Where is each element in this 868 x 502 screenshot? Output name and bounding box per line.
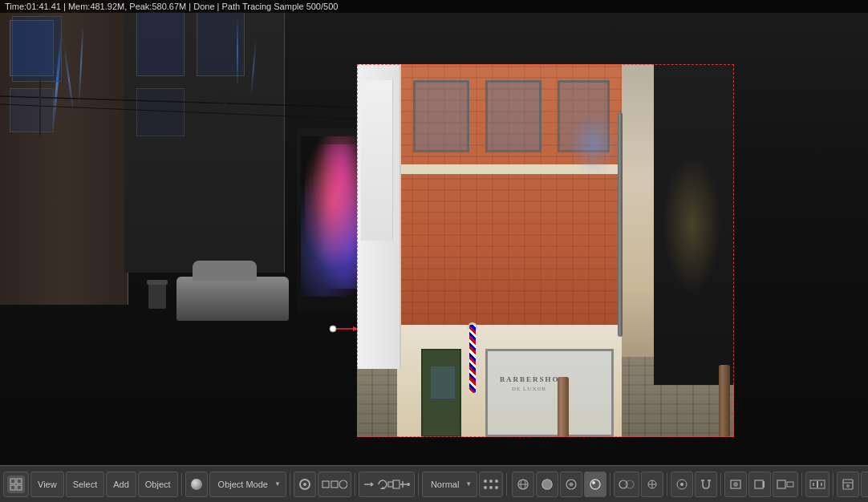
wireframe-icon (517, 479, 529, 490)
snap-btn[interactable] (695, 472, 717, 497)
sep-7 (667, 473, 667, 496)
select-menu-btn[interactable]: Select (66, 472, 105, 497)
object-label: Object (142, 480, 174, 489)
render-building-left-strip (357, 64, 401, 369)
render-drainpipe (618, 112, 623, 337)
viewport-shading-3[interactable] (560, 472, 582, 497)
svg-point-13 (339, 480, 347, 488)
object-mode-icon-btn[interactable] (185, 472, 208, 497)
scene-btn[interactable] (837, 472, 859, 497)
normal-arrow: ▼ (465, 480, 472, 488)
render-shopfront: BARBERSHOP DE LUXOR (397, 325, 622, 437)
viewport-shading-1[interactable] (512, 472, 534, 497)
svg-point-22 (484, 480, 487, 483)
svg-point-57 (846, 484, 850, 488)
sep-5 (506, 473, 507, 496)
normal-dropdown[interactable]: Normal ▼ (422, 472, 477, 497)
render-status-text: Time:01:41.41 | Mem:481.92M, Peak:580.67… (5, 2, 338, 11)
rendered-icon (590, 479, 601, 490)
svg-point-35 (592, 481, 595, 484)
snap-tools-icons (363, 478, 411, 491)
select-label: Select (70, 480, 101, 489)
svg-point-42 (680, 483, 683, 486)
object-menu-btn[interactable]: Object (138, 472, 178, 497)
svg-point-27 (495, 486, 498, 489)
power-lines (0, 80, 385, 144)
normal-label: Normal (428, 480, 462, 489)
render-still-icon (730, 479, 741, 490)
sep-8 (720, 473, 721, 496)
svg-marker-15 (371, 482, 374, 487)
add-label: Add (110, 480, 132, 489)
sep-1 (181, 473, 182, 496)
render-info-bar: Time:01:41.41 | Mem:481.92M, Peak:580.67… (0, 0, 868, 13)
view-label: View (34, 480, 60, 489)
svg-point-23 (489, 480, 493, 483)
proportional-btn[interactable] (671, 472, 693, 497)
svg-point-25 (484, 486, 487, 489)
render-brick-building (397, 64, 622, 369)
overlay-btn[interactable] (614, 472, 639, 497)
view-menu-btn[interactable]: View (30, 472, 64, 497)
render-extra-btn[interactable] (773, 472, 798, 497)
svg-rect-12 (331, 481, 338, 488)
building-left (0, 0, 128, 305)
object-mode-label: Object Mode (215, 480, 271, 489)
svg-point-26 (489, 486, 493, 489)
render-bollard-2 (719, 365, 730, 437)
bottom-toolbar: View Select Add Object Object Mode ▼ (0, 465, 868, 502)
solid-icon (541, 479, 553, 490)
material-icon (566, 479, 577, 490)
svg-point-46 (733, 482, 738, 487)
svg-rect-10 (17, 485, 22, 490)
sep-9 (801, 473, 802, 496)
transform-icons-btn[interactable] (318, 472, 351, 497)
viewport-shading-2[interactable] (536, 472, 558, 497)
render-shop-door (421, 349, 461, 437)
keyframe-btn[interactable] (805, 472, 829, 497)
render-still-btn[interactable] (724, 472, 747, 497)
viewport-icon (7, 476, 25, 493)
svg-rect-50 (787, 482, 793, 487)
svg-point-21 (407, 483, 410, 486)
render-anim-btn[interactable] (748, 472, 771, 497)
transform-icons (322, 478, 347, 491)
object-mode-arrow: ▼ (274, 480, 281, 488)
sep-10 (833, 473, 834, 496)
object-mode-dropdown[interactable]: Object Mode ▼ (209, 472, 286, 497)
svg-rect-11 (322, 481, 329, 488)
svg-point-34 (590, 480, 600, 489)
transform-origin-btn[interactable] (294, 472, 316, 497)
sep-3 (355, 473, 355, 496)
svg-rect-49 (777, 480, 785, 488)
trash-can-lid (147, 280, 168, 285)
add-menu-btn[interactable]: Add (106, 472, 136, 497)
barber-pole-render (469, 325, 476, 393)
sep-2 (290, 473, 290, 496)
dots-grid-btn[interactable] (479, 472, 503, 497)
car (176, 277, 289, 321)
svg-rect-47 (755, 480, 763, 488)
svg-marker-5 (353, 326, 357, 331)
render-bollard-1 (558, 377, 569, 437)
3d-viewport[interactable]: Time:01:41.41 | Mem:481.92M, Peak:580.67… (0, 0, 868, 465)
transform-origin-icon (299, 479, 310, 490)
render-result-panel: BARBERSHOP DE LUXOR (357, 64, 734, 437)
viewport-icon-btn[interactable] (3, 472, 29, 497)
trash-can (148, 281, 166, 309)
svg-rect-7 (10, 479, 15, 484)
gizmo-icon (647, 479, 658, 490)
gizmo-btn[interactable] (641, 472, 663, 497)
svg-point-6 (330, 326, 336, 332)
render-building-right (654, 64, 734, 385)
snap-tools-btn[interactable] (359, 472, 415, 497)
svg-rect-48 (763, 481, 765, 488)
render-sky: BARBERSHOP DE LUXOR (357, 64, 734, 437)
svg-point-32 (542, 480, 552, 489)
svg-rect-9 (10, 485, 15, 490)
render-layer-btn[interactable]: RenderLayer (861, 472, 868, 497)
sep-6 (610, 473, 610, 496)
viewport-shading-4[interactable] (584, 472, 606, 497)
svg-point-24 (495, 480, 498, 483)
keyframe-icon (809, 479, 825, 490)
